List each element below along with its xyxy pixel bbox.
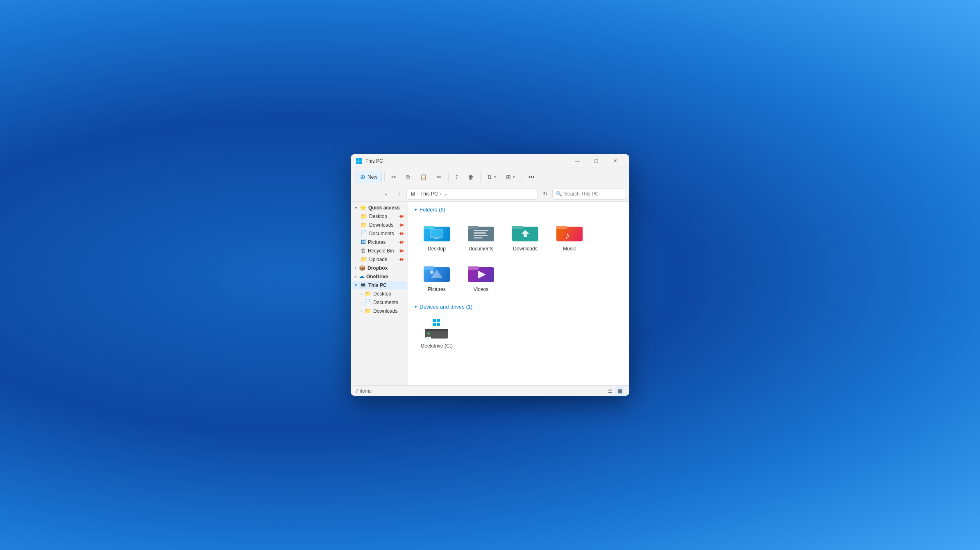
svg-rect-31 (433, 323, 436, 326)
downloads-icon: 📁 (361, 222, 367, 228)
svg-rect-12 (474, 230, 488, 231)
folder-pictures[interactable]: Pictures (416, 258, 457, 295)
sidebar-item-recycle-bin[interactable]: 🗑 Recycle Bin 📌 (356, 246, 407, 255)
folder-documents-icon (467, 221, 495, 243)
svg-rect-13 (474, 232, 486, 234)
search-input[interactable] (564, 191, 622, 197)
svg-rect-2 (356, 161, 359, 164)
sidebar-item-quick-access[interactable]: ▾ ⭐ Quick access (352, 203, 407, 212)
copy-button[interactable]: ⧉ (402, 172, 414, 183)
onedrive-icon: ☁ (359, 273, 364, 280)
sidebar-item-onedrive[interactable]: › ☁ OneDrive (352, 272, 407, 281)
folder-music-icon: ♪ (555, 221, 584, 243)
search-bar[interactable]: 🔍 (552, 188, 626, 200)
toolbar-separator-3 (480, 172, 481, 182)
documents2-label: Documents (373, 300, 404, 305)
toolbar: ⊕ New ✂ ⧉ 📋 ✏ ⤴ 🗑 ⇅ ▾ ⊞ ▾ (351, 168, 629, 186)
cut-button[interactable]: ✂ (387, 172, 400, 182)
drive-c[interactable]: ↗ Geekdrive (C:) (416, 315, 457, 352)
breadcrumb[interactable]: 🖥 › This PC › ⌄ (406, 188, 538, 200)
drive-c-icon: ↗ (422, 318, 451, 341)
drives-section-header[interactable]: ▾ Devices and drives (1) (415, 304, 623, 310)
recent-button[interactable]: ⌄ (380, 188, 392, 200)
uploads-label: Uploads (369, 257, 397, 262)
sidebar-item-downloads2[interactable]: › 📁 Downloads (356, 307, 407, 315)
drives-chevron-icon: ▾ (415, 304, 417, 309)
delete-icon: 🗑 (468, 174, 474, 180)
close-button[interactable]: ✕ (606, 154, 624, 168)
breadcrumb-current: This PC (420, 191, 438, 197)
desktop-pin-icon: 📌 (398, 213, 404, 219)
sidebar-item-uploads[interactable]: 📁 Uploads 📌 (356, 255, 407, 264)
folder-music-label: Music (563, 246, 576, 252)
svg-rect-9 (434, 238, 439, 239)
svg-rect-27 (468, 266, 479, 270)
search-icon: 🔍 (556, 191, 562, 197)
recycle-bin-icon: 🗑 (361, 248, 366, 254)
sidebar-item-pictures[interactable]: 🖼 Pictures 📌 (356, 238, 407, 246)
svg-text:♪: ♪ (565, 230, 569, 241)
documents-icon: 📄 (361, 230, 367, 236)
folder-videos-icon (467, 261, 495, 284)
folder-documents[interactable]: Documents (461, 218, 501, 255)
uploads-icon: 📁 (361, 256, 367, 262)
sidebar-item-downloads[interactable]: 📁 Downloads 📌 (356, 220, 407, 229)
refresh-button[interactable]: ↻ (539, 188, 551, 200)
sidebar-item-this-pc[interactable]: ▾ 💻 This PC (352, 281, 407, 289)
folder-music[interactable]: ♪ Music (549, 218, 590, 255)
downloads-label: Downloads (369, 222, 397, 228)
forward-button[interactable]: → (367, 188, 379, 200)
svg-rect-17 (512, 226, 523, 229)
dropbox-icon: 📦 (359, 265, 365, 271)
sidebar-item-documents[interactable]: 📄 Documents 📌 (356, 229, 407, 238)
documents2-icon: 📄 (365, 299, 371, 305)
view-button[interactable]: ⊞ ▾ (502, 172, 519, 182)
svg-point-25 (430, 270, 433, 274)
folder-pictures-label: Pictures (428, 286, 445, 292)
window-icon (356, 158, 362, 164)
svg-rect-34 (425, 329, 448, 331)
folder-videos[interactable]: Videos (461, 258, 501, 295)
view-chevron-icon: ▾ (513, 175, 515, 179)
documents-pin-icon: 📌 (398, 230, 404, 236)
sort-chevron-icon: ▾ (494, 175, 496, 179)
share-button[interactable]: ⤴ (451, 172, 462, 182)
breadcrumb-dropdown[interactable]: ⌄ (444, 191, 448, 197)
pc-icon: 🖥 (410, 191, 415, 197)
new-button[interactable]: ⊕ New (356, 171, 382, 183)
window-controls: — ▢ ✕ (568, 154, 624, 168)
folder-downloads[interactable]: Downloads (505, 218, 546, 255)
sidebar-item-desktop[interactable]: 📁 Desktop 📌 (356, 212, 407, 220)
file-area: ▾ Folders (6) (408, 202, 629, 385)
rename-button[interactable]: ✏ (433, 172, 446, 182)
main-content: ▾ ⭐ Quick access 📁 Desktop 📌 📁 Downloads… (351, 202, 629, 385)
folders-section-header[interactable]: ▾ Folders (6) (415, 207, 623, 213)
paste-icon: 📋 (420, 174, 427, 180)
toolbar-separator-2 (448, 172, 449, 182)
pictures-label: Pictures (368, 239, 397, 245)
back-button[interactable]: ← (354, 188, 365, 200)
delete-button[interactable]: 🗑 (464, 172, 478, 182)
sidebar-item-desktop2[interactable]: › 📁 Desktop (356, 289, 407, 298)
grid-view-button[interactable]: ▦ (615, 386, 624, 395)
up-button[interactable]: ↑ (393, 188, 405, 200)
sort-button[interactable]: ⇅ ▾ (483, 172, 500, 182)
desktop2-icon: 📁 (365, 291, 371, 297)
sidebar-item-documents2[interactable]: › 📄 Documents (356, 298, 407, 307)
paste-button[interactable]: 📋 (416, 172, 431, 182)
downloads-pin-icon: 📌 (398, 221, 404, 228)
toolbar-separator-1 (384, 172, 385, 182)
list-view-button[interactable]: ☰ (606, 386, 615, 395)
sidebar-item-dropbox[interactable]: › 📦 Dropbox (352, 264, 407, 272)
maximize-button[interactable]: ▢ (587, 154, 606, 168)
more-button[interactable]: ••• (524, 172, 539, 182)
status-bar: 7 items ☰ ▦ (351, 385, 629, 396)
minimize-button[interactable]: — (568, 154, 587, 168)
svg-rect-8 (431, 230, 442, 236)
folder-desktop[interactable]: Desktop (416, 218, 457, 255)
drives-section-title: Devices and drives (1) (420, 304, 472, 310)
svg-rect-29 (433, 319, 436, 322)
dropbox-chevron: › (355, 266, 356, 270)
quick-access-icon: ⭐ (360, 205, 366, 211)
recycle-bin-label: Recycle Bin (368, 248, 397, 254)
